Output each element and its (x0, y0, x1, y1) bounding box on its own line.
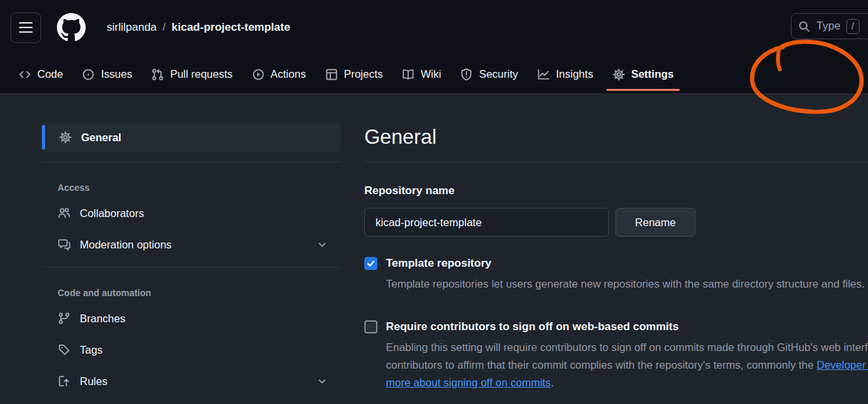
repo-nav-tabs: Code Issues Pull requests Actions Projec… (0, 55, 868, 94)
sidebar-item-label: Tags (80, 344, 103, 356)
git-branch-icon (58, 312, 71, 325)
tab-label: Pull requests (170, 68, 232, 80)
sidebar-item-label: Rules (80, 375, 107, 388)
tab-security[interactable]: Security (460, 55, 518, 93)
dco-link[interactable]: Developer Certificate of Origin (DCO). L… (817, 359, 868, 371)
tab-pull-requests[interactable]: Pull requests (151, 55, 232, 93)
search-placeholder: Type (816, 20, 841, 33)
chevron-down-icon (317, 376, 328, 387)
tab-insights[interactable]: Insights (537, 55, 593, 93)
tab-label: Projects (344, 68, 383, 80)
breadcrumb-repo-link[interactable]: kicad-project-template (171, 21, 290, 34)
signoff-checkbox[interactable] (364, 320, 377, 333)
settings-sidebar: General Access Collaborators Moderation … (42, 94, 341, 397)
signoff-description-line3: more about signing off on commits. (386, 374, 868, 392)
sidebar-item-collaborators[interactable]: Collaborators (42, 197, 341, 229)
sidebar-item-label: Moderation options (80, 239, 171, 251)
code-icon (18, 68, 31, 81)
sidebar-item-rules[interactable]: Rules (42, 365, 341, 397)
signoff-description-line2: contributors to affirm that their commit… (386, 356, 868, 374)
tab-settings[interactable]: Settings (612, 55, 674, 93)
sidebar-section-code-automation: Code and automation (42, 288, 341, 298)
hamburger-menu-button[interactable] (10, 12, 41, 43)
tab-wiki[interactable]: Wiki (402, 55, 441, 93)
git-pull-request-icon (151, 68, 164, 81)
issue-opened-icon (82, 68, 95, 81)
tab-label: Security (479, 68, 518, 80)
repository-name-label: Repository name (364, 184, 868, 197)
tag-icon (58, 343, 71, 356)
tab-label: Actions (271, 68, 306, 80)
tab-label: Code (37, 68, 63, 80)
search-input[interactable]: Type / (791, 13, 868, 39)
settings-general-panel: General Repository name Rename Template … (364, 94, 868, 392)
play-icon (252, 68, 265, 81)
book-icon (402, 68, 415, 81)
chevron-down-icon (317, 239, 328, 250)
sidebar-item-label: Collaborators (80, 207, 144, 220)
tab-label: Issues (101, 68, 132, 80)
shield-icon (460, 68, 473, 81)
sidebar-divider (42, 161, 341, 162)
sidebar-item-label: General (81, 131, 121, 144)
sidebar-item-label: Branches (80, 312, 126, 325)
page-title: General (364, 122, 868, 153)
template-repository-label[interactable]: Template repository (386, 257, 491, 270)
template-repository-checkbox[interactable] (364, 257, 377, 270)
gear-icon (59, 131, 72, 144)
gear-icon (612, 68, 625, 81)
hamburger-icon (19, 22, 33, 24)
tab-issues[interactable]: Issues (82, 55, 132, 93)
rules-icon (58, 375, 71, 388)
signoff-label[interactable]: Require contributors to sign off on web-… (386, 320, 679, 333)
comment-discussion-icon (58, 238, 71, 251)
tab-actions[interactable]: Actions (252, 55, 306, 93)
slash-key-hint: / (846, 19, 859, 34)
signoff-setting: Require contributors to sign off on web-… (364, 320, 868, 392)
breadcrumb-owner-link[interactable]: sirlilpanda (107, 21, 157, 34)
tab-label: Wiki (421, 68, 441, 80)
people-icon (58, 207, 71, 220)
sidebar-item-moderation-options[interactable]: Moderation options (42, 229, 341, 260)
sidebar-item-tags[interactable]: Tags (42, 334, 341, 365)
tab-projects[interactable]: Projects (325, 55, 383, 93)
section-divider (364, 161, 868, 162)
app-header: sirlilpanda / kicad-project-template Typ… (0, 0, 868, 55)
search-icon (798, 20, 810, 33)
breadcrumb: sirlilpanda / kicad-project-template (107, 21, 290, 34)
sidebar-item-general[interactable]: General (42, 122, 341, 152)
tab-code[interactable]: Code (18, 55, 63, 93)
repository-name-input[interactable] (364, 208, 609, 237)
table-icon (325, 68, 338, 81)
signoff-learn-more-link[interactable]: more about signing off on commits (386, 377, 551, 388)
template-repository-setting: Template repository Template repositorie… (364, 257, 868, 293)
github-logo-icon[interactable] (57, 13, 86, 42)
sidebar-item-branches[interactable]: Branches (42, 303, 341, 334)
signoff-description-line1: Enabling this setting will require contr… (386, 339, 868, 356)
graph-icon (537, 68, 550, 81)
rename-button[interactable]: Rename (616, 208, 695, 237)
breadcrumb-separator: / (163, 21, 166, 34)
sidebar-divider (42, 267, 341, 267)
tab-label: Insights (556, 68, 593, 80)
sidebar-section-access: Access (42, 182, 341, 193)
tab-label: Settings (631, 68, 674, 80)
template-repository-description: Template repositories let users generate… (386, 275, 868, 293)
